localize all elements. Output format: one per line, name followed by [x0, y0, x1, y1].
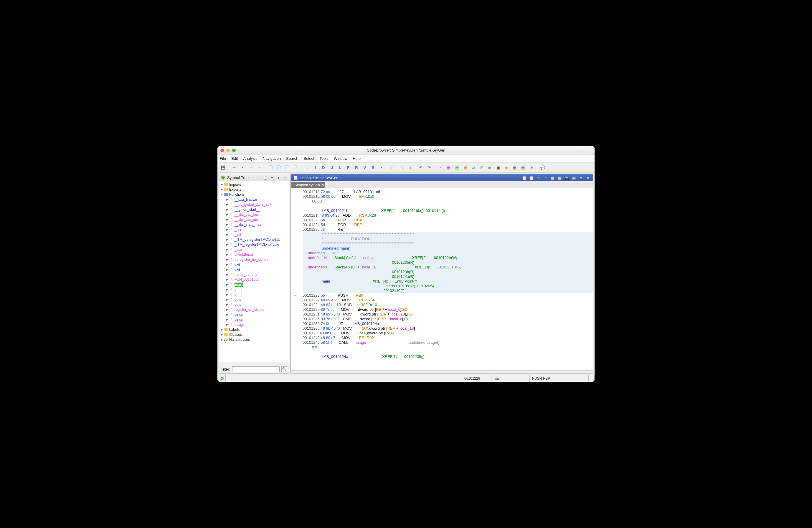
panel-action2-icon[interactable]: ▾ — [270, 176, 274, 180]
listing-row[interactable]: 00101218 72 ac JC LAB_001011c6 — [303, 190, 593, 194]
back-icon[interactable]: ⇐ — [231, 165, 238, 171]
listing-row[interactable]: ff ff — [303, 345, 593, 350]
tab-close-icon[interactable]: ✕ — [321, 183, 324, 187]
listing-row[interactable] — [303, 203, 593, 208]
listing-row[interactable]: 0010123f 48 8b 00 MOV RAX,qword ptr [RAX… — [303, 331, 593, 335]
tree-node[interactable]: ▶f__libc_start_main — [219, 222, 289, 227]
letter-d-icon[interactable]: D — [320, 165, 327, 171]
tree-twisty-icon[interactable]: ▶ — [226, 203, 229, 206]
check-icon[interactable]: ✓ — [437, 165, 444, 171]
tree-twisty-icon[interactable]: ▶ — [226, 278, 229, 281]
save-icon[interactable]: 💾 — [220, 165, 226, 171]
tree-twisty-icon[interactable]: ▶ — [226, 248, 229, 251]
menu-select[interactable]: Select — [303, 156, 314, 161]
listing-row[interactable]: 00101223 5b POP RBX — [303, 218, 593, 223]
menu-tools[interactable]: Tools — [320, 156, 329, 161]
tree-twisty-icon[interactable]: ▶ — [226, 323, 229, 326]
tree-twisty-icon[interactable]: ▶ — [226, 298, 229, 301]
zoom-button[interactable] — [232, 149, 236, 152]
tree-twisty-icon[interactable]: ▼ — [220, 193, 223, 196]
menu-edit[interactable]: Edit — [231, 156, 238, 161]
listing-home-icon[interactable]: ⌂ — [543, 175, 548, 180]
listing-row[interactable]: 00101224 5d POP RBP — [303, 223, 593, 227]
tree-node[interactable]: ▶f__cxa_finalize — [219, 197, 289, 202]
listing-diff-icon[interactable]: ▦ — [557, 175, 563, 180]
listing-snapshot-icon[interactable]: 📷 — [564, 175, 569, 180]
menu-analysis[interactable]: Analysis — [243, 156, 257, 161]
tree-node[interactable]: ▶fputs — [219, 302, 289, 307]
tree-node[interactable]: ▶fderegister_tm_clones — [219, 257, 289, 262]
letter-u-icon[interactable]: U — [329, 165, 335, 171]
listing-row[interactable]: 0010122e 89 7d fc MOV dword ptr [RBP + l… — [303, 307, 593, 312]
redo-icon[interactable]: ↷ — [426, 165, 432, 171]
tree-node[interactable]: ▶fexit — [219, 262, 289, 267]
tree-twisty-icon[interactable]: ▶ — [226, 208, 229, 211]
graph-icon[interactable]: ⊞ — [478, 165, 485, 171]
listing-dropdown-icon[interactable]: ▾ — [578, 175, 584, 180]
tree-node[interactable]: ▶fputs — [219, 297, 289, 302]
cf-icon[interactable]: Cf — [470, 165, 477, 171]
tree-node[interactable]: ▶f_ITM_deregisterTMCloneTab — [219, 237, 289, 242]
tree-twisty-icon[interactable]: ▶ — [226, 303, 229, 306]
filter-options-icon[interactable]: 🔍 — [281, 366, 287, 372]
listing-row[interactable]: LAB_0010121f XREF[2]: 001011bb(j), 00101… — [303, 208, 593, 213]
tree-twisty-icon[interactable]: ▶ — [226, 293, 229, 296]
listing-row[interactable]: 00101245 e8 1f ff CALL usage undefined u… — [303, 340, 593, 345]
tree-node[interactable]: ▼fFunctions — [219, 192, 289, 197]
menu-help[interactable]: Help — [353, 156, 361, 161]
close-button[interactable] — [220, 149, 224, 152]
tree-node[interactable]: ▶fstrlen — [219, 312, 289, 317]
cube3-icon[interactable]: ◻ — [406, 165, 412, 171]
tree-twisty-icon[interactable]: ▶ — [220, 338, 223, 341]
tree-node[interactable]: ▶f__libc_csu_fini — [219, 212, 289, 217]
panel-close-icon[interactable]: ✕ — [282, 176, 287, 180]
table2-icon[interactable]: ▦ — [520, 165, 526, 171]
menu-search[interactable]: Search — [286, 156, 298, 161]
listing-row[interactable]: 00101227 48 89 e5 MOV RBP,RSP — [303, 298, 593, 303]
tree-twisty-icon[interactable]: ▶ — [226, 258, 229, 261]
tree-node[interactable]: ▶Labels — [219, 327, 289, 332]
listing-row[interactable]: 00101225 c3 RET — [303, 227, 593, 232]
tree-twisty-icon[interactable]: ▶ — [226, 273, 229, 276]
tree-twisty-icon[interactable]: ▶ — [226, 238, 229, 241]
bubble-icon[interactable]: 💬 — [539, 165, 546, 171]
listing-row[interactable]: 00101226 55 PUSH RBP — [303, 293, 593, 298]
table-icon[interactable]: ▦ — [511, 165, 518, 171]
listing-row[interactable]: 00101231 48 89 75 f0 MOV qword ptr [RBP … — [303, 312, 593, 317]
listing-row[interactable]: 00 00 — [303, 199, 593, 203]
minimize-button[interactable] — [226, 149, 230, 152]
tree-node[interactable]: ▶f_start — [219, 247, 289, 252]
tree-node[interactable]: ▶f__do_global_dtors_aux — [219, 202, 289, 207]
back-dropdown-icon[interactable]: ▼ — [240, 165, 246, 171]
tree-twisty-icon[interactable]: ▶ — [226, 198, 229, 201]
tree-twisty-icon[interactable]: ▶ — [226, 318, 229, 321]
doc2-icon[interactable]: 📄 — [276, 165, 282, 171]
listing-row[interactable]: 0010122a 48 83 ec 10 SUB RSP,0x10 — [303, 303, 593, 307]
listing-cursor-icon[interactable]: ↖ — [536, 175, 541, 180]
forward-dropdown-icon[interactable]: ▼ — [256, 165, 262, 171]
tree-node[interactable]: ▶fprintf — [219, 287, 289, 292]
tree-twisty-icon[interactable]: ▶ — [226, 283, 229, 286]
listing-row[interactable]: 00101242 48 89 c7 MOV RDI,RAX — [303, 335, 593, 340]
forward-icon[interactable]: ⇒ — [248, 165, 254, 171]
letter-b-icon[interactable]: B — [370, 165, 376, 171]
listing-row[interactable]: LAB_0010124a XREF[1]: 00101239(j) — [303, 354, 593, 359]
undo-icon[interactable]: ↶ — [418, 165, 424, 171]
doc4-icon[interactable]: 📄 — [292, 165, 299, 171]
tree-twisty-icon[interactable]: ▶ — [226, 308, 229, 311]
tree-node[interactable]: ▶f__gmon_start__ — [219, 207, 289, 212]
tree-node[interactable]: ▶Exports — [219, 187, 289, 192]
listing-fields-icon[interactable]: ▤ — [571, 175, 577, 180]
listing-row[interactable] — [303, 350, 593, 354]
tree-node[interactable]: ▶{}Namespaces — [219, 337, 289, 342]
tree-twisty-icon[interactable]: ▶ — [226, 233, 229, 236]
box2-icon[interactable]: ▦ — [454, 165, 460, 171]
panel-action1-icon[interactable]: 📋 — [263, 176, 268, 180]
menu-navigation[interactable]: Navigation — [263, 156, 281, 161]
letter-i-icon[interactable]: I — [312, 165, 319, 171]
tree-scrollbar[interactable] — [219, 362, 289, 365]
panel-menu-icon[interactable]: ▾ — [276, 176, 281, 180]
filter-input[interactable] — [232, 366, 280, 372]
listing-paste-icon[interactable]: 📋 — [529, 175, 534, 180]
letter-v-icon[interactable]: V — [362, 165, 368, 171]
